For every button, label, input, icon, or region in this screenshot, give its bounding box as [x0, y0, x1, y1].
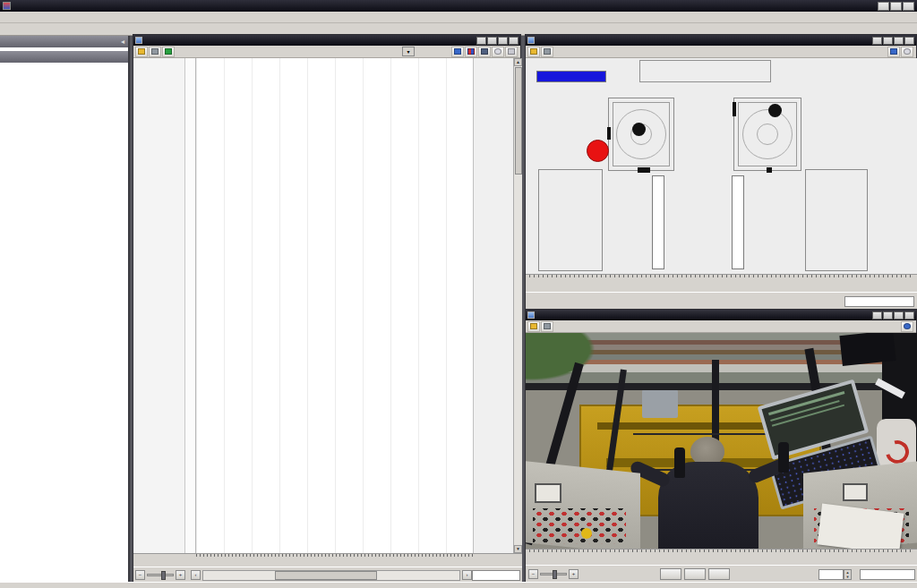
camera-glyph: [544, 48, 551, 55]
console-gauge: [843, 483, 868, 501]
step-forward-button[interactable]: [708, 568, 730, 580]
maximize-button[interactable]: [890, 2, 902, 11]
recording-header: [0, 51, 128, 63]
minimize-button[interactable]: [878, 2, 889, 11]
settings-icon[interactable]: [901, 321, 913, 332]
time-base-label: [133, 553, 196, 567]
horizontal-scrollbar[interactable]: [202, 570, 460, 581]
zoom-slider[interactable]: [540, 573, 567, 575]
overlay-view-icon[interactable]: [478, 47, 491, 57]
video-view-icons: [901, 321, 914, 332]
list-icon[interactable]: [505, 47, 518, 57]
position-frame: [738, 102, 797, 166]
grid-glyph: [890, 48, 897, 55]
zoom-slider-thumb[interactable]: [553, 570, 557, 579]
edge-marker-bottom: [638, 167, 650, 173]
scroll-right-button[interactable]: ›: [462, 570, 472, 580]
time-offset-spinner[interactable]: ▲▼: [844, 569, 852, 580]
edge-marker-bottom: [767, 167, 772, 173]
camera-icon[interactable]: [541, 47, 553, 57]
hmi-panel: [526, 58, 917, 274]
help-button[interactable]: [476, 37, 486, 45]
hmi-signal-time-row: [526, 292, 917, 310]
minimize-button[interactable]: [487, 37, 497, 45]
signal-plot-area[interactable]: ▲ ▼: [133, 58, 522, 553]
vertical-scrollbar[interactable]: ▲ ▼: [513, 58, 522, 553]
grid-view-icon[interactable]: [887, 47, 900, 57]
export-glyph: [530, 323, 537, 329]
help-button[interactable]: [872, 37, 882, 45]
scroll-down-icon[interactable]: ▼: [514, 545, 522, 553]
hmi-window-title-bar[interactable]: [526, 35, 916, 46]
wind-bar-fill: [537, 72, 605, 81]
close-button[interactable]: [903, 2, 914, 11]
zoom-in-button[interactable]: +: [569, 569, 578, 579]
zoom-out-button[interactable]: −: [528, 569, 538, 579]
scroll-left-button[interactable]: ‹: [191, 570, 201, 580]
export-glyph: [138, 48, 145, 55]
camera-icon[interactable]: [149, 47, 161, 57]
time-base-plus-button[interactable]: +: [176, 570, 185, 580]
view-icons: [451, 47, 518, 57]
video-window: − + ▲▼: [525, 309, 917, 582]
signal-select-dropdown[interactable]: ▾: [402, 47, 415, 56]
help-button[interactable]: [872, 311, 882, 320]
scroll-up-icon[interactable]: ▲: [514, 58, 522, 66]
wind-bar-gauge: [536, 71, 606, 82]
refresh-glyph: [165, 48, 172, 55]
signal-time-ruler[interactable]: [196, 553, 473, 567]
maximize-button[interactable]: [894, 37, 904, 45]
time-base-slider-thumb[interactable]: [161, 571, 166, 580]
left-joystick: [674, 447, 685, 478]
table-view-icon[interactable]: [451, 47, 464, 57]
pin-icon[interactable]: ◂: [121, 38, 124, 46]
signal-window-bottom-bar: − + ‹ ›: [133, 567, 522, 583]
export-icon[interactable]: [527, 321, 540, 332]
camera-icon[interactable]: [541, 321, 553, 332]
bar-gauge-right: [732, 175, 744, 269]
video-time-ruler[interactable]: [526, 549, 917, 567]
list-glyph: [508, 48, 515, 55]
cursor-time-value[interactable]: [472, 570, 520, 581]
play-button[interactable]: [684, 568, 706, 580]
left-console-buttons: [533, 508, 626, 544]
clock-icon[interactable]: [492, 47, 504, 57]
clock-glyph: [904, 48, 911, 55]
video-frame: [526, 333, 917, 549]
bar-gauge-left-ticks: [667, 173, 681, 271]
image-time-value[interactable]: [860, 569, 915, 580]
time-offset-input[interactable]: [818, 569, 844, 580]
maximize-button[interactable]: [498, 37, 508, 45]
cursor-time-label: [473, 553, 522, 567]
cab-roof-panel: [839, 333, 896, 366]
grid-view-icon[interactable]: [465, 47, 477, 57]
signal-time-value[interactable]: [844, 296, 914, 307]
status-lamps: [639, 60, 771, 82]
signal-plot[interactable]: [196, 58, 473, 553]
export-icon[interactable]: [527, 47, 540, 57]
refresh-icon[interactable]: [162, 47, 175, 57]
table-glyph: [454, 48, 461, 55]
hmi-signal-window: [525, 34, 917, 309]
hmi-time-ruler[interactable]: [526, 274, 917, 292]
time-base-minus-button[interactable]: −: [135, 570, 145, 580]
camera-glyph: [151, 48, 159, 55]
minimize-button[interactable]: [883, 37, 893, 45]
project-settings-header: ◂: [0, 36, 128, 47]
clock-glyph: [494, 48, 501, 55]
signal-window: ▾ ▲ ▼ − +: [133, 34, 521, 582]
video-window-title-bar[interactable]: [526, 310, 916, 320]
close-button[interactable]: [509, 37, 518, 45]
clock-icon[interactable]: [901, 47, 913, 57]
horizontal-scrollbar-thumb[interactable]: [275, 571, 377, 580]
export-icon[interactable]: [135, 47, 148, 57]
status-bar: [0, 582, 917, 588]
minimize-button[interactable]: [883, 311, 893, 320]
close-button[interactable]: [904, 37, 914, 45]
time-base-slider[interactable]: [147, 574, 174, 576]
close-button[interactable]: [904, 311, 914, 320]
maximize-button[interactable]: [894, 311, 904, 320]
signal-window-title-bar[interactable]: [133, 35, 520, 46]
step-back-button[interactable]: [660, 568, 681, 580]
scrollbar-thumb[interactable]: [515, 67, 522, 175]
